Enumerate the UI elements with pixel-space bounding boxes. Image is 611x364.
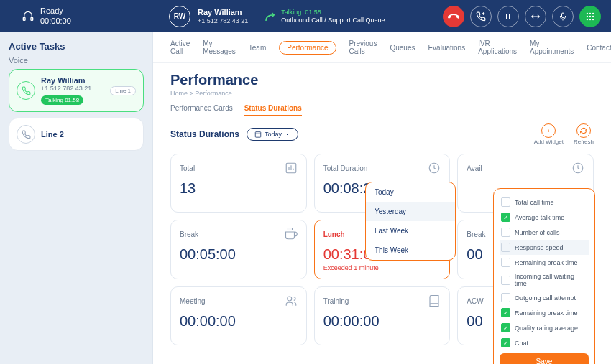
dropdown-yesterday[interactable]: Yesterday: [366, 202, 455, 221]
widget-option[interactable]: Incoming call waiting time: [500, 270, 589, 290]
card-label: Break: [180, 230, 198, 238]
tab-queues[interactable]: Queues: [390, 44, 415, 52]
tab-my-messages[interactable]: My Messages: [203, 39, 236, 55]
card-label: Meeting: [180, 297, 206, 305]
call-forward-icon: [264, 10, 277, 23]
save-button[interactable]: Save: [500, 353, 589, 364]
widget-option-label: Incoming call waiting time: [515, 273, 587, 287]
add-call-button[interactable]: [470, 6, 492, 27]
card-label: Training: [323, 297, 349, 305]
widget-option[interactable]: ✓Remaining break time: [500, 305, 589, 320]
svg-rect-2: [506, 14, 507, 19]
svg-point-12: [592, 18, 594, 19]
filter-title: Status Durations: [170, 129, 239, 139]
sidebar-line-1[interactable]: Ray William +1 512 782 43 21 Talking 01.…: [9, 69, 144, 112]
widget-option-label: Chat: [515, 340, 528, 347]
mute-button[interactable]: [552, 6, 574, 27]
widget-option-label: Response speed: [515, 244, 564, 251]
refresh-button[interactable]: Refresh: [574, 123, 594, 145]
add-widget-button[interactable]: + Add Widget: [534, 123, 564, 145]
checkbox-icon: ✓: [501, 323, 510, 332]
dropdown-today[interactable]: Today: [366, 182, 455, 202]
subtab-status-durations[interactable]: Status Durations: [244, 104, 302, 116]
widget-option[interactable]: Total call time: [500, 195, 589, 210]
widget-option-label: Outgoing call attempt: [515, 294, 576, 302]
card-icon: [428, 162, 441, 174]
ready-time: 00:00:00: [40, 17, 71, 26]
headset-icon: [22, 10, 35, 23]
dialpad-button[interactable]: [579, 6, 601, 27]
widget-option-label: Number of calls: [515, 229, 560, 236]
widget-option-label: Remaining break time: [515, 259, 578, 266]
widget-option-label: Remaining break time: [515, 309, 578, 317]
widget-option-label: Average talk time: [515, 214, 564, 221]
widget-option[interactable]: ✓Quality rating average: [500, 320, 589, 335]
stat-card: Total13: [170, 154, 307, 213]
caller-name: Ray William: [198, 7, 248, 17]
card-label: Total Duration: [323, 164, 368, 172]
hangup-button[interactable]: [443, 6, 464, 27]
line1-name: Ray William: [41, 76, 104, 85]
call-context: Outbound Call / Support Call Queue: [281, 17, 385, 24]
widget-option[interactable]: ✓Chat: [500, 335, 589, 350]
svg-rect-3: [509, 14, 510, 19]
refresh-icon: [576, 123, 591, 138]
ready-status[interactable]: Ready 00:00:00: [0, 6, 153, 25]
card-label: Lunch: [323, 230, 345, 238]
sidebar-line-2[interactable]: Line 2: [9, 118, 144, 151]
tab-ivr[interactable]: IVR Applications: [478, 39, 517, 55]
tab-appointments[interactable]: My Appointments: [530, 39, 574, 55]
dropdown-last-week[interactable]: Last Week: [366, 221, 455, 241]
svg-rect-0: [23, 17, 25, 20]
card-value: 00:00:00: [323, 313, 441, 330]
date-dropdown: Today Yesterday Last Week This Week: [365, 182, 456, 261]
sidebar: Active Tasks Voice Ray William +1 512 78…: [0, 32, 153, 364]
svg-point-9: [592, 15, 594, 17]
widget-option[interactable]: Number of calls: [500, 225, 589, 240]
subtab-performance-cards[interactable]: Performance Cards: [170, 104, 233, 116]
phone-icon: [17, 125, 35, 144]
card-label: Total: [180, 164, 195, 172]
widget-option[interactable]: Remaining break time: [500, 255, 589, 270]
plus-icon: +: [541, 123, 556, 138]
pause-button[interactable]: [497, 6, 519, 27]
line1-badge: Line 1: [110, 86, 136, 95]
card-icon: [428, 294, 441, 307]
widget-option-label: Quality rating average: [515, 325, 578, 332]
card-icon: [571, 162, 584, 174]
card-icon: [285, 162, 298, 174]
tab-team[interactable]: Team: [249, 44, 266, 52]
widget-option[interactable]: Response speed: [500, 240, 589, 255]
svg-point-8: [589, 15, 591, 17]
checkbox-icon: ✓: [501, 213, 510, 222]
caller-phone: +1 512 782 43 21: [198, 17, 248, 26]
widget-option[interactable]: ✓Average talk time: [500, 210, 589, 225]
widget-option-label: Total call time: [515, 199, 554, 206]
page-title: Performance: [170, 72, 594, 88]
widget-option[interactable]: Outgoing call attempt: [500, 290, 589, 305]
phone-icon: [17, 81, 35, 100]
date-filter-button[interactable]: Today: [247, 128, 298, 141]
transfer-button[interactable]: [525, 6, 546, 27]
calendar-icon: [254, 131, 262, 138]
avatar: RW: [169, 6, 190, 27]
card-label: Avail: [467, 164, 482, 172]
tab-previous-calls[interactable]: Previous Calls: [349, 39, 377, 55]
svg-point-17: [287, 297, 291, 301]
line2-label: Line 2: [41, 130, 136, 139]
tab-contact[interactable]: Contact: [587, 44, 611, 52]
tab-performance[interactable]: Performance: [279, 41, 336, 55]
stat-card: Meeting00:00:00: [170, 286, 307, 345]
card-warning: Exceeded 1 minute: [323, 264, 441, 271]
ready-label: Ready: [40, 6, 71, 16]
caller-info: RW Ray William +1 512 782 43 21 Talking:…: [153, 6, 385, 27]
dropdown-this-week[interactable]: This Week: [366, 241, 455, 260]
tab-active-call[interactable]: Active Call: [170, 39, 190, 55]
tab-evaluations[interactable]: Evaluations: [428, 44, 465, 52]
card-value: 00:05:00: [180, 246, 298, 263]
svg-rect-13: [255, 132, 261, 138]
sidebar-subtitle: Voice: [9, 56, 144, 65]
stat-card: Training00:00:00: [314, 286, 451, 345]
svg-point-6: [592, 12, 594, 14]
card-label: ACW: [467, 297, 483, 305]
